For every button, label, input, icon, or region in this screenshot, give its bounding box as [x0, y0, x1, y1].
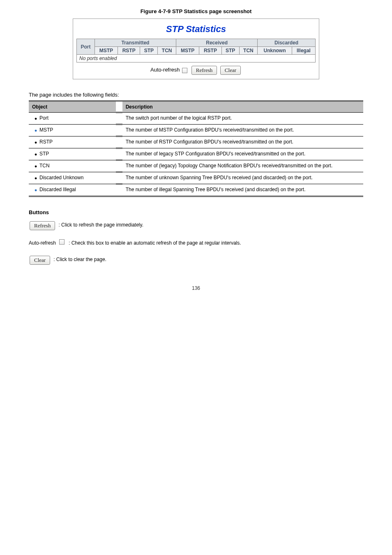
bullet-icon: ●	[32, 187, 39, 193]
stp-statistics-screenshot: STP Statistics Port Transmitted Received…	[73, 18, 319, 79]
table-row: ●RSTPThe number of RSTP Configuration BP…	[29, 136, 363, 148]
object-label: RSTP	[39, 139, 113, 145]
row-gap	[116, 125, 122, 136]
auto-refresh-label: Auto-refresh	[150, 67, 180, 73]
description-cell: The number of MSTP Configuration BPDU's …	[122, 125, 363, 136]
refresh-button-inline[interactable]: Refresh	[30, 221, 55, 230]
row-gap	[116, 113, 122, 125]
row-gap	[116, 160, 122, 172]
description-cell: The switch port number of the logical RS…	[122, 113, 363, 125]
header-description: Description	[122, 101, 363, 113]
object-cell: ●TCN	[29, 160, 116, 172]
row-gap	[116, 148, 122, 160]
intro-line: The page includes the following fields:	[29, 92, 363, 98]
col-port: Port	[77, 39, 95, 55]
object-cell: ●Discarded Illegal	[29, 184, 116, 197]
col-rx-stp: STP	[221, 47, 239, 55]
description-cell: The number of unknown Spanning Tree BPDU…	[122, 172, 363, 184]
col-group-received: Received	[176, 39, 258, 47]
col-group-transmitted: Transmitted	[95, 39, 176, 47]
row-gap	[116, 136, 122, 148]
col-rx-tcn: TCN	[239, 47, 258, 55]
col-disc-illegal: Illegal	[292, 47, 315, 55]
button-explanation-text: : Click to clear the page.	[53, 256, 363, 263]
bullet-icon: ●	[32, 127, 39, 134]
object-cell: ●MSTP	[29, 125, 116, 136]
button-explanation-text: : Check this box to enable an automatic …	[69, 239, 363, 247]
auto-refresh-text: Auto-refresh	[29, 239, 56, 247]
button-explanation-row: Auto-refresh : Check this box to enable …	[29, 239, 363, 247]
page-number: 136	[29, 285, 363, 291]
table-row: ●TCNThe number of (legacy) Topology Chan…	[29, 160, 363, 172]
object-cell: ●Port	[29, 113, 116, 125]
header-object: Object	[29, 101, 116, 113]
table-row: ●PortThe switch port number of the logic…	[29, 113, 363, 125]
col-tx-rstp: RSTP	[118, 47, 140, 55]
bullet-icon: ●	[32, 115, 39, 122]
bullet-icon: ●	[32, 163, 39, 169]
table-row: ●Discarded IllegalThe number of illegal …	[29, 184, 363, 197]
bullet-icon: ●	[32, 151, 39, 157]
figure-container: STP Statistics Port Transmitted Received…	[73, 18, 319, 79]
refresh-button[interactable]: Refresh	[191, 66, 217, 75]
figure-caption: Figure 4-7-9 STP Statistics page screens…	[29, 8, 363, 14]
clear-button-inline[interactable]: Clear	[30, 256, 50, 265]
object-label: STP	[39, 151, 113, 157]
object-label: Port	[39, 115, 113, 121]
table-row: ●MSTPThe number of MSTP Configuration BP…	[29, 125, 363, 136]
description-cell: The number of illegal Spanning Tree BPDU…	[122, 184, 363, 197]
col-tx-mstp: MSTP	[95, 47, 118, 55]
table-row: ●Discarded UnknownThe number of unknown …	[29, 172, 363, 184]
col-rx-rstp: RSTP	[199, 47, 221, 55]
col-tx-tcn: TCN	[158, 47, 176, 55]
description-cell: The number of RSTP Configuration BPDU's …	[122, 136, 363, 148]
clear-button[interactable]: Clear	[220, 66, 241, 75]
bullet-icon: ●	[32, 139, 39, 146]
button-explanation-row: Refresh: Click to refresh the page immed…	[29, 221, 363, 230]
object-cell: ●STP	[29, 148, 116, 160]
object-cell: ●RSTP	[29, 136, 116, 148]
panel-title: STP Statistics	[76, 24, 316, 35]
figure-controls: Auto-refresh Refresh Clear	[76, 66, 316, 75]
header-gap	[116, 101, 122, 113]
object-label: Discarded Unknown	[39, 175, 113, 180]
col-disc-unknown: Unknown	[258, 47, 292, 55]
row-gap	[116, 184, 122, 197]
col-rx-mstp: MSTP	[176, 47, 199, 55]
table-row: ●STPThe number of legacy STP Configurati…	[29, 148, 363, 160]
no-ports-message: No ports enabled	[77, 55, 316, 62]
bullet-icon: ●	[32, 175, 39, 181]
row-gap	[116, 172, 122, 184]
stp-statistics-table: Port Transmitted Received Discarded MSTP…	[76, 39, 316, 62]
buttons-heading: Buttons	[29, 209, 363, 215]
object-label: MSTP	[39, 127, 113, 133]
auto-refresh-checkbox-inline[interactable]	[59, 239, 65, 245]
description-cell: The number of legacy STP Configuration B…	[122, 148, 363, 160]
object-label: Discarded Illegal	[39, 187, 113, 192]
object-label: TCN	[39, 163, 113, 169]
object-description-table: Object Description ●PortThe switch port …	[29, 100, 363, 197]
col-tx-stp: STP	[140, 47, 158, 55]
button-explanation-row: Clear: Click to clear the page.	[29, 256, 363, 265]
button-explanation-text: : Click to refresh the page immediately.	[58, 221, 363, 229]
description-cell: The number of (legacy) Topology Change N…	[122, 160, 363, 172]
auto-refresh-checkbox[interactable]	[182, 68, 187, 73]
col-group-discarded: Discarded	[258, 39, 316, 47]
object-cell: ●Discarded Unknown	[29, 172, 116, 184]
